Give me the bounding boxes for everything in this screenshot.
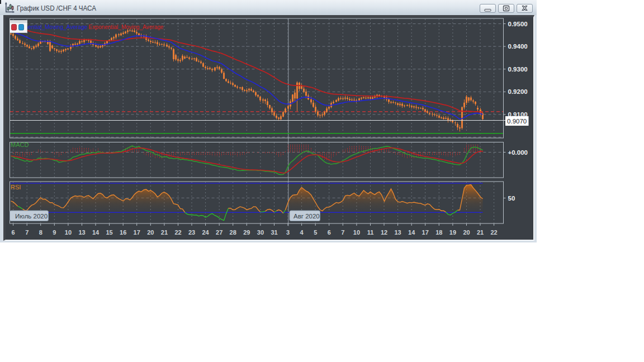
svg-text:14: 14 xyxy=(408,229,415,236)
svg-text:0.9200: 0.9200 xyxy=(508,88,528,95)
svg-text:3: 3 xyxy=(286,229,290,236)
svg-text:6: 6 xyxy=(328,229,331,236)
svg-text:15: 15 xyxy=(106,229,112,236)
svg-text:19: 19 xyxy=(449,229,456,236)
svg-text:0.9070: 0.9070 xyxy=(507,118,527,125)
svg-text:50: 50 xyxy=(508,195,515,202)
svg-text:30: 30 xyxy=(257,229,264,236)
svg-text:10: 10 xyxy=(65,229,72,236)
svg-text:27: 27 xyxy=(216,229,222,236)
svg-text:10: 10 xyxy=(353,229,360,236)
svg-text:20: 20 xyxy=(463,229,470,236)
svg-text:24: 24 xyxy=(202,229,209,236)
svg-text:Авг 2020: Авг 2020 xyxy=(293,213,320,220)
svg-text:17: 17 xyxy=(422,229,429,236)
svg-text:17: 17 xyxy=(134,229,140,236)
svg-text:13: 13 xyxy=(78,229,85,236)
svg-text:График USD /CHF 4 ЧАСА: График USD /CHF 4 ЧАСА xyxy=(17,4,96,12)
svg-text:21: 21 xyxy=(477,229,484,236)
svg-text:RSI: RSI xyxy=(11,184,21,190)
svg-text:12: 12 xyxy=(381,229,387,236)
svg-text:6: 6 xyxy=(12,229,15,236)
svg-text:5: 5 xyxy=(314,229,317,236)
svg-text:11: 11 xyxy=(367,229,374,236)
svg-text:7: 7 xyxy=(25,229,29,236)
svg-text:0.9500: 0.9500 xyxy=(508,21,528,27)
svg-text:16: 16 xyxy=(120,229,126,236)
svg-text:21: 21 xyxy=(161,229,168,236)
svg-text:7: 7 xyxy=(341,229,344,236)
svg-text:22: 22 xyxy=(174,229,181,236)
svg-text:23: 23 xyxy=(188,229,195,236)
svg-text:Exponential_Moving_Average: Exponential_Moving_Average xyxy=(89,23,164,30)
svg-text:+0.000: +0.000 xyxy=(508,149,528,156)
svg-text:28: 28 xyxy=(230,229,236,236)
svg-text:29: 29 xyxy=(243,229,250,236)
svg-text:22: 22 xyxy=(490,229,497,236)
svg-text:14: 14 xyxy=(92,229,100,236)
svg-text:0.9300: 0.9300 xyxy=(508,66,528,73)
svg-text:Июль 2020: Июль 2020 xyxy=(15,213,48,220)
svg-text:9: 9 xyxy=(53,229,56,236)
svg-text:20: 20 xyxy=(147,229,154,236)
svg-text:MACD: MACD xyxy=(11,141,29,148)
svg-text:4: 4 xyxy=(300,229,304,236)
svg-text:8: 8 xyxy=(39,229,42,236)
svg-text:18: 18 xyxy=(435,229,442,236)
svg-text:13: 13 xyxy=(394,229,401,236)
svg-text:0.9400: 0.9400 xyxy=(508,43,528,50)
svg-text:31: 31 xyxy=(271,229,277,236)
